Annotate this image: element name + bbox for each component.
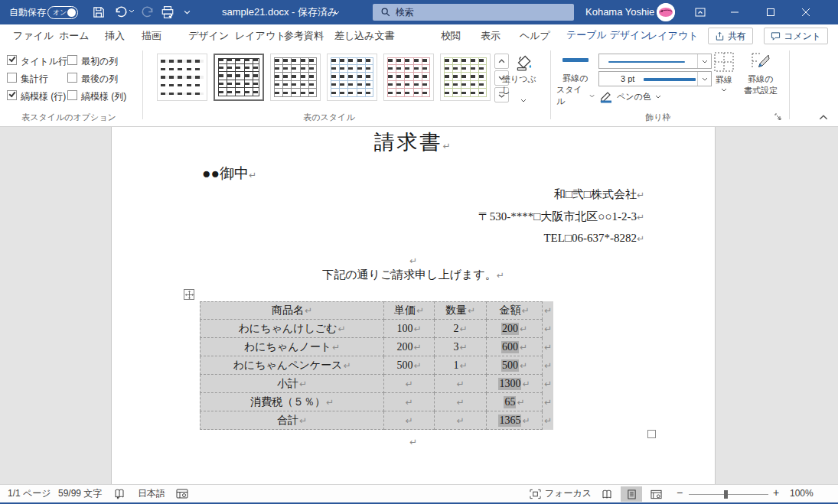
tab-table-layout[interactable]: レイアウト [645, 24, 701, 47]
tab-insert[interactable]: 挿入 [103, 24, 127, 47]
tab-file[interactable]: ファイル [11, 24, 56, 47]
table-header-cell[interactable]: 数量↵ [435, 301, 487, 320]
table-cell[interactable]: 500↵ [384, 356, 435, 375]
comments-button[interactable]: コメント [764, 28, 828, 44]
zoom-in-button[interactable]: + [773, 484, 779, 502]
table-cell[interactable]: 200↵ [384, 338, 435, 356]
checkbox-total-row[interactable] [7, 73, 17, 83]
tab-view[interactable]: 表示 [478, 24, 503, 47]
zoom-slider-thumb[interactable] [724, 490, 728, 499]
focus-icon[interactable] [530, 489, 541, 499]
table-cell[interactable]: 小計↵ [200, 375, 384, 393]
table-cell-amount[interactable]: 600↵ [487, 338, 543, 356]
ime-status-icon[interactable] [176, 489, 188, 499]
table-style-thumbnail-grid-selected[interactable] [214, 54, 264, 101]
tab-home[interactable]: ホーム [57, 24, 92, 47]
page-indicator[interactable]: 1/1 ページ [8, 485, 51, 502]
table-cell[interactable]: 100↵ [384, 320, 435, 338]
line-weight-dropdown[interactable]: 3 pt [598, 71, 712, 86]
print-layout-view-icon[interactable] [621, 486, 642, 502]
row-end-mark: ↵ [543, 338, 553, 356]
tab-help[interactable]: ヘルプ [517, 24, 553, 47]
read-mode-view-icon[interactable] [596, 486, 618, 502]
tab-references[interactable]: 参考資料 [282, 24, 326, 47]
focus-label[interactable]: フォーカス [545, 485, 592, 502]
tab-layout[interactable]: レイアウト [233, 24, 289, 47]
table-cell[interactable]: ↵ [384, 411, 435, 430]
table-cell[interactable]: ↵ [384, 393, 435, 411]
line-style-chevron-icon[interactable] [697, 54, 711, 68]
table-header-cell[interactable]: 単価↵ [384, 301, 435, 320]
table-style-thumbnail-gray[interactable] [270, 54, 321, 101]
borders-dialog-launcher-icon[interactable] [774, 113, 782, 121]
table-header-cell[interactable]: 商品名↵ [200, 301, 384, 320]
checkbox-banded-columns[interactable] [67, 90, 77, 100]
pen-color-button[interactable]: ペンの色 [599, 89, 661, 103]
autosave-toggle[interactable]: オン [47, 6, 78, 19]
checkbox-last-column[interactable] [67, 73, 77, 83]
line-weight-chevron-icon[interactable] [697, 72, 711, 86]
table-style-thumbnail-plain[interactable] [157, 54, 207, 101]
qat-customize-icon[interactable] [184, 10, 197, 24]
table-cell-amount[interactable]: 1365↵ [487, 411, 543, 430]
save-icon[interactable] [92, 5, 106, 19]
border-painter-button[interactable]: 罫線の 書式設定 [739, 52, 782, 96]
word-count[interactable]: 59/99 文字 [58, 485, 102, 502]
ribbon-display-options-icon[interactable] [687, 0, 713, 24]
invoice-table-wrapper: 商品名↵ 単価↵ 数量↵ 金額↵ ↵ わにちゃんけしごむ↵ 100↵ 2↵ 20… [200, 301, 553, 430]
table-header-cell[interactable]: 金額↵ [487, 301, 543, 320]
table-cell[interactable]: ↵ [435, 411, 487, 430]
tab-design[interactable]: デザイン [186, 24, 231, 47]
collapse-ribbon-icon[interactable] [819, 115, 828, 120]
table-cell[interactable]: わにちゃんペンケース↵ [200, 356, 384, 375]
table-style-thumbnail-red[interactable] [383, 54, 434, 101]
maximize-button[interactable] [758, 0, 784, 24]
tab-mailings[interactable]: 差し込み文書 [332, 24, 397, 47]
checkbox-header-row[interactable] [7, 55, 17, 65]
table-cell[interactable]: 消費税（５％）↵ [200, 393, 384, 411]
checkbox-first-column[interactable] [67, 55, 77, 65]
table-cell[interactable]: わにちゃんノート↵ [200, 338, 384, 356]
avatar[interactable] [657, 3, 675, 21]
address-line: 〒530-****□大阪市北区○○1-2-3↵ [478, 210, 644, 224]
table-cell-amount[interactable]: 200↵ [487, 320, 543, 338]
table-cell[interactable]: 3↵ [435, 338, 487, 356]
web-layout-view-icon[interactable] [645, 486, 667, 502]
table-cell[interactable]: 2↵ [435, 320, 487, 338]
line-style-dropdown[interactable] [598, 54, 712, 69]
user-name[interactable]: Kohama Yoshie [585, 0, 654, 24]
table-cell-amount[interactable]: 1300↵ [487, 375, 543, 393]
table-cell[interactable]: 1↵ [435, 356, 487, 375]
language-indicator[interactable]: 日本語 [138, 485, 165, 502]
tab-table-design[interactable]: テーブル デザイン [564, 24, 653, 50]
zoom-out-button[interactable]: − [677, 484, 683, 502]
zoom-percentage[interactable]: 100% [790, 485, 814, 502]
tab-draw[interactable]: 描画 [139, 24, 164, 47]
document-title[interactable]: sample21.docx - 保存済み [222, 0, 337, 24]
document-page[interactable]: 請求書↵ ●●御中↵ 和□弐□株式会社↵ 〒530-****□大阪市北区○○1-… [111, 127, 716, 484]
table-cell-amount[interactable]: 65↵ [487, 393, 543, 411]
minimize-button[interactable] [722, 0, 748, 24]
table-style-thumbnail-blue[interactable] [327, 54, 377, 101]
border-styles-button[interactable]: 罫線の スタイル [556, 52, 595, 107]
table-move-handle[interactable] [184, 289, 194, 300]
undo-icon[interactable] [114, 5, 128, 19]
share-button[interactable]: 共有 [708, 28, 753, 44]
tab-review[interactable]: 校閲 [439, 24, 463, 47]
proofing-icon[interactable] [113, 489, 126, 499]
table-cell[interactable]: わにちゃんけしごむ↵ [200, 320, 384, 338]
quick-print-icon[interactable] [161, 5, 174, 19]
shading-button[interactable]: 塗りつぶし [502, 52, 545, 102]
checkbox-banded-rows[interactable] [7, 90, 17, 100]
zoom-slider-track[interactable] [689, 494, 768, 495]
table-cell[interactable]: ↵ [435, 375, 487, 393]
close-button[interactable] [793, 0, 819, 24]
search-input[interactable]: 検索 [373, 4, 574, 21]
table-style-thumbnail-green[interactable] [440, 54, 491, 101]
table-cell-amount[interactable]: 500↵ [487, 356, 543, 375]
table-cell[interactable]: ↵ [384, 375, 435, 393]
title-dropdown-icon[interactable] [334, 11, 347, 24]
borders-button[interactable]: 罫線 [710, 52, 738, 92]
table-cell[interactable]: 合計↵ [200, 411, 384, 430]
table-cell[interactable]: ↵ [435, 393, 487, 411]
